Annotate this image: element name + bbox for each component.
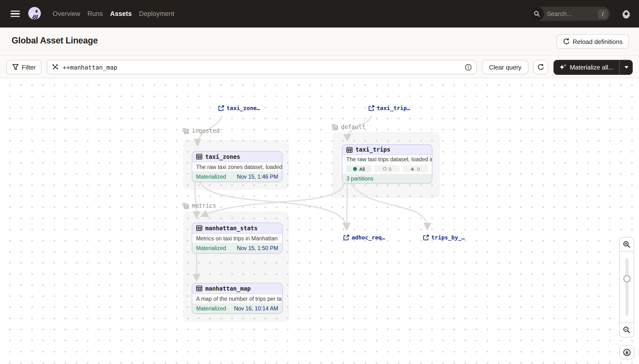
refresh-graph-button[interactable] xyxy=(533,60,548,74)
group-name: default xyxy=(341,124,365,130)
lineage-canvas[interactable]: ingested default metrics taxi_zone… taxi… xyxy=(0,78,639,364)
partitions-all-label: All xyxy=(359,166,365,172)
zoom-out-icon xyxy=(623,326,630,334)
settings-gear-icon[interactable] xyxy=(621,9,631,18)
asset-node-taxi-zones[interactable]: taxi_zones The raw taxi zones dataset, l… xyxy=(192,151,283,182)
zoom-slider-thumb[interactable] xyxy=(623,275,630,282)
nav-item-overview[interactable]: Overview xyxy=(53,10,80,18)
zoom-in-button[interactable] xyxy=(620,238,634,251)
chevron-down-icon xyxy=(624,66,628,68)
external-link-icon xyxy=(218,105,224,111)
materialize-options-dropdown[interactable] xyxy=(620,60,633,74)
table-icon xyxy=(346,146,353,153)
table-icon xyxy=(196,285,202,292)
materialization-timestamp[interactable]: Nov 16, 10:14 AM xyxy=(234,305,278,311)
group-label-ingested[interactable]: ingested xyxy=(183,128,220,134)
zoom-out-button[interactable] xyxy=(620,323,634,337)
external-link-icon xyxy=(343,234,349,240)
asset-node-manhattan-map[interactable]: manhattan_map A map of the number of tri… xyxy=(192,283,283,314)
download-graph-button[interactable] xyxy=(619,345,634,359)
info-icon[interactable] xyxy=(465,64,472,71)
partitions-materialized-pill[interactable]: All xyxy=(346,165,372,172)
dagster-logo-icon[interactable] xyxy=(27,6,43,22)
partitions-missing-count: 0 xyxy=(417,166,420,172)
asset-description: A map of the number of trips per taxi z.… xyxy=(192,294,282,303)
materialization-timestamp[interactable]: Nov 15, 1:50 PM xyxy=(237,245,278,251)
external-link-icon xyxy=(423,234,429,240)
zoom-slider[interactable] xyxy=(620,251,634,323)
partition-health-row: All 0 0 xyxy=(342,164,432,174)
asset-name: taxi_zones xyxy=(205,153,240,160)
external-asset-link-taxi-zone[interactable]: taxi_zone… xyxy=(218,105,260,112)
partitions-failed-pill[interactable]: 0 xyxy=(375,165,400,172)
nav-item-assets[interactable]: Assets xyxy=(110,10,132,18)
partitions-missing-pill[interactable]: 0 xyxy=(403,165,428,172)
asset-status-footer: Materialized Nov 16, 10:14 AM xyxy=(192,303,282,313)
group-label-metrics[interactable]: metrics xyxy=(183,202,216,209)
asset-node-header: taxi_trips xyxy=(342,145,432,155)
filter-label: Filter xyxy=(22,64,36,71)
materialize-all-split-button: Materialize all... xyxy=(553,60,633,74)
asset-query-field[interactable] xyxy=(47,60,477,74)
status-badge: Materialized xyxy=(196,245,226,251)
external-asset-link-taxi-trip[interactable]: taxi_trip… xyxy=(369,105,410,112)
ring-icon xyxy=(383,167,386,170)
external-asset-label: taxi_zone… xyxy=(227,105,260,112)
query-input[interactable] xyxy=(62,63,461,71)
group-name: ingested xyxy=(192,128,220,134)
search-icon xyxy=(530,7,544,21)
asset-name: taxi_trips xyxy=(355,146,390,153)
asset-description: The raw taxi trips dataset, loaded into … xyxy=(342,155,432,164)
nav-links: Overview Runs Assets Deployment xyxy=(53,10,174,18)
refresh-icon xyxy=(537,64,544,70)
top-navbar: Overview Runs Assets Deployment / xyxy=(0,0,639,28)
download-icon xyxy=(623,348,630,356)
clear-query-button[interactable]: Clear query xyxy=(482,60,528,74)
asset-node-manhattan-stats[interactable]: manhattan_stats Metrics on taxi trips in… xyxy=(192,222,283,254)
external-asset-link-trips-by[interactable]: trips_by_… xyxy=(423,234,465,241)
triangle-icon xyxy=(411,167,415,170)
asset-description: The raw taxi zones dataset, loaded int..… xyxy=(192,162,282,172)
lineage-toolbar: Filter Clear query Materialize all... xyxy=(0,56,639,78)
nav-item-deployment[interactable]: Deployment xyxy=(139,10,174,18)
asset-node-header: manhattan_map xyxy=(192,284,282,294)
sparkle-icon xyxy=(559,64,566,71)
dagster-app: Overview Runs Assets Deployment / Global… xyxy=(0,0,639,364)
zoom-slider-track[interactable] xyxy=(625,258,628,316)
materialize-all-button[interactable]: Materialize all... xyxy=(553,60,619,74)
status-badge: Materialized xyxy=(196,174,226,179)
lineage-edges xyxy=(0,78,639,364)
asset-node-taxi-trips[interactable]: taxi_trips The raw taxi trips dataset, l… xyxy=(342,144,432,184)
zoom-in-icon xyxy=(623,241,630,248)
clear-query-label: Clear query xyxy=(489,64,521,71)
app-window: Overview Runs Assets Deployment / Global… xyxy=(0,0,639,364)
asset-status-footer: 3 partitions xyxy=(342,174,432,183)
asset-graph-icon xyxy=(52,64,59,70)
green-dot-icon xyxy=(353,167,357,171)
search-input[interactable] xyxy=(544,10,598,18)
asset-group-icon xyxy=(183,128,189,134)
reload-definitions-button[interactable]: Reload definitions xyxy=(556,34,629,49)
funnel-icon xyxy=(12,64,19,70)
external-asset-link-adhoc-req[interactable]: adhoc_req… xyxy=(343,234,385,241)
global-search[interactable]: / xyxy=(530,7,610,21)
menu-icon[interactable] xyxy=(11,9,20,18)
nav-item-runs[interactable]: Runs xyxy=(88,10,103,18)
materialization-timestamp[interactable]: Nov 15, 1:46 PM xyxy=(237,174,278,179)
asset-status-footer: Materialized Nov 15, 1:50 PM xyxy=(192,243,282,253)
asset-node-header: taxi_zones xyxy=(192,152,282,162)
external-asset-label: adhoc_req… xyxy=(352,234,385,241)
table-icon xyxy=(196,154,202,160)
filter-button[interactable]: Filter xyxy=(6,60,42,74)
table-icon xyxy=(196,225,202,231)
asset-name: manhattan_map xyxy=(205,285,251,292)
partition-count-label[interactable]: 3 partitions xyxy=(346,176,374,181)
zoom-controls xyxy=(619,237,634,338)
group-name: metrics xyxy=(192,202,216,209)
asset-status-footer: Materialized Nov 15, 1:46 PM xyxy=(192,172,282,182)
external-asset-label: trips_by_… xyxy=(431,234,465,241)
asset-group-icon xyxy=(183,202,189,209)
external-asset-label: taxi_trip… xyxy=(377,105,410,112)
group-label-default[interactable]: default xyxy=(332,124,365,130)
page-header: Global Asset Lineage Reload definitions xyxy=(0,28,639,56)
